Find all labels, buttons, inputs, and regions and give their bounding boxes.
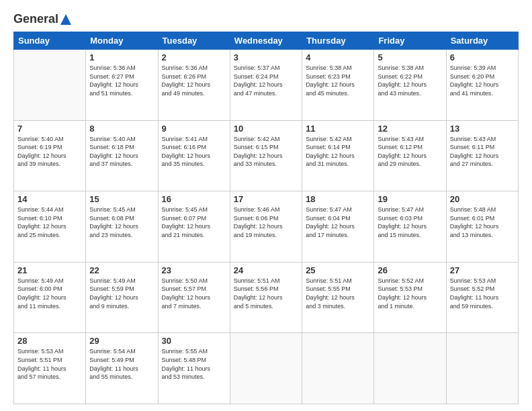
day-info: Sunrise: 5:40 AM Sunset: 6:19 PM Dayligh… xyxy=(17,135,82,169)
day-info: Sunrise: 5:40 AM Sunset: 6:18 PM Dayligh… xyxy=(89,135,154,169)
day-number: 16 xyxy=(162,194,226,204)
calendar-week-row: 21Sunrise: 5:49 AM Sunset: 6:00 PM Dayli… xyxy=(14,262,519,333)
day-number: 25 xyxy=(306,265,370,275)
logo-general-text: General xyxy=(13,12,58,26)
day-info: Sunrise: 5:47 AM Sunset: 6:04 PM Dayligh… xyxy=(306,205,370,239)
day-info: Sunrise: 5:41 AM Sunset: 6:16 PM Dayligh… xyxy=(162,135,226,169)
calendar-cell: 23Sunrise: 5:50 AM Sunset: 5:57 PM Dayli… xyxy=(158,262,230,333)
day-info: Sunrise: 5:51 AM Sunset: 5:55 PM Dayligh… xyxy=(306,277,370,310)
day-number: 10 xyxy=(234,124,298,134)
calendar-table: SundayMondayTuesdayWednesdayThursdayFrid… xyxy=(13,32,519,404)
day-info: Sunrise: 5:38 AM Sunset: 6:23 PM Dayligh… xyxy=(306,64,370,97)
svg-marker-0 xyxy=(60,14,71,25)
calendar-cell xyxy=(374,333,446,404)
day-number: 28 xyxy=(17,336,82,346)
calendar-header-wednesday: Wednesday xyxy=(230,32,302,50)
calendar-cell: 1Sunrise: 5:36 AM Sunset: 6:27 PM Daylig… xyxy=(86,50,158,121)
day-info: Sunrise: 5:42 AM Sunset: 6:15 PM Dayligh… xyxy=(234,135,298,169)
day-number: 2 xyxy=(162,52,226,62)
calendar-cell: 28Sunrise: 5:53 AM Sunset: 5:51 PM Dayli… xyxy=(14,333,86,404)
day-number: 11 xyxy=(306,124,370,134)
calendar-header-row: SundayMondayTuesdayWednesdayThursdayFrid… xyxy=(14,32,519,50)
day-info: Sunrise: 5:55 AM Sunset: 5:48 PM Dayligh… xyxy=(162,347,226,381)
day-number: 23 xyxy=(162,265,226,275)
day-number: 15 xyxy=(89,194,154,204)
day-info: Sunrise: 5:42 AM Sunset: 6:14 PM Dayligh… xyxy=(306,135,370,169)
day-number: 20 xyxy=(450,194,515,204)
day-info: Sunrise: 5:49 AM Sunset: 5:59 PM Dayligh… xyxy=(89,277,154,310)
calendar-header-saturday: Saturday xyxy=(446,32,518,50)
day-number: 17 xyxy=(234,194,298,204)
calendar-cell: 18Sunrise: 5:47 AM Sunset: 6:04 PM Dayli… xyxy=(302,191,374,263)
day-number: 29 xyxy=(89,336,154,346)
calendar-cell xyxy=(446,333,518,404)
calendar-cell: 7Sunrise: 5:40 AM Sunset: 6:19 PM Daylig… xyxy=(14,120,86,191)
calendar-header-friday: Friday xyxy=(374,32,446,50)
day-number: 12 xyxy=(378,124,442,134)
day-number: 30 xyxy=(162,336,226,346)
day-info: Sunrise: 5:46 AM Sunset: 6:06 PM Dayligh… xyxy=(234,205,298,239)
calendar-cell: 9Sunrise: 5:41 AM Sunset: 6:16 PM Daylig… xyxy=(158,120,230,191)
day-number: 14 xyxy=(17,194,82,204)
calendar-cell: 5Sunrise: 5:38 AM Sunset: 6:22 PM Daylig… xyxy=(374,50,446,121)
day-number: 19 xyxy=(378,194,442,204)
day-info: Sunrise: 5:54 AM Sunset: 5:49 PM Dayligh… xyxy=(89,347,154,381)
day-info: Sunrise: 5:39 AM Sunset: 6:20 PM Dayligh… xyxy=(450,64,515,97)
calendar-cell xyxy=(14,50,86,121)
day-info: Sunrise: 5:49 AM Sunset: 6:00 PM Dayligh… xyxy=(17,277,82,310)
calendar-cell: 30Sunrise: 5:55 AM Sunset: 5:48 PM Dayli… xyxy=(158,333,230,404)
day-number: 8 xyxy=(89,124,154,134)
day-number: 27 xyxy=(450,265,515,275)
day-info: Sunrise: 5:45 AM Sunset: 6:08 PM Dayligh… xyxy=(89,205,154,239)
calendar-cell: 17Sunrise: 5:46 AM Sunset: 6:06 PM Dayli… xyxy=(230,191,302,263)
day-info: Sunrise: 5:43 AM Sunset: 6:12 PM Dayligh… xyxy=(378,135,442,169)
calendar-header-tuesday: Tuesday xyxy=(158,32,230,50)
day-info: Sunrise: 5:53 AM Sunset: 5:51 PM Dayligh… xyxy=(17,347,82,381)
calendar-cell xyxy=(230,333,302,404)
day-info: Sunrise: 5:53 AM Sunset: 5:52 PM Dayligh… xyxy=(450,277,515,310)
day-number: 3 xyxy=(234,52,298,62)
day-number: 6 xyxy=(450,52,515,62)
day-number: 5 xyxy=(378,52,442,62)
day-info: Sunrise: 5:50 AM Sunset: 5:57 PM Dayligh… xyxy=(162,277,226,310)
calendar-week-row: 14Sunrise: 5:44 AM Sunset: 6:10 PM Dayli… xyxy=(14,191,519,263)
calendar-cell: 13Sunrise: 5:43 AM Sunset: 6:11 PM Dayli… xyxy=(446,120,518,191)
calendar-cell: 29Sunrise: 5:54 AM Sunset: 5:49 PM Dayli… xyxy=(86,333,158,404)
calendar-cell: 2Sunrise: 5:36 AM Sunset: 6:26 PM Daylig… xyxy=(158,50,230,121)
day-info: Sunrise: 5:36 AM Sunset: 6:27 PM Dayligh… xyxy=(89,64,154,97)
calendar-cell: 27Sunrise: 5:53 AM Sunset: 5:52 PM Dayli… xyxy=(446,262,518,333)
day-number: 21 xyxy=(17,265,82,275)
day-number: 7 xyxy=(17,124,82,134)
calendar-cell: 21Sunrise: 5:49 AM Sunset: 6:00 PM Dayli… xyxy=(14,262,86,333)
calendar-cell: 11Sunrise: 5:42 AM Sunset: 6:14 PM Dayli… xyxy=(302,120,374,191)
calendar-cell: 8Sunrise: 5:40 AM Sunset: 6:18 PM Daylig… xyxy=(86,120,158,191)
calendar-cell: 3Sunrise: 5:37 AM Sunset: 6:24 PM Daylig… xyxy=(230,50,302,121)
day-number: 13 xyxy=(450,124,515,134)
logo-triangle-icon xyxy=(60,13,72,26)
calendar-week-row: 7Sunrise: 5:40 AM Sunset: 6:19 PM Daylig… xyxy=(14,120,519,191)
day-info: Sunrise: 5:45 AM Sunset: 6:07 PM Dayligh… xyxy=(162,205,226,239)
day-info: Sunrise: 5:47 AM Sunset: 6:03 PM Dayligh… xyxy=(378,205,442,239)
calendar-cell: 19Sunrise: 5:47 AM Sunset: 6:03 PM Dayli… xyxy=(374,191,446,263)
calendar-week-row: 1Sunrise: 5:36 AM Sunset: 6:27 PM Daylig… xyxy=(14,50,519,121)
day-number: 22 xyxy=(89,265,154,275)
calendar-cell xyxy=(302,333,374,404)
day-number: 9 xyxy=(162,124,226,134)
logo: General xyxy=(13,12,72,25)
header: General xyxy=(13,12,519,25)
calendar-cell: 12Sunrise: 5:43 AM Sunset: 6:12 PM Dayli… xyxy=(374,120,446,191)
calendar-cell: 15Sunrise: 5:45 AM Sunset: 6:08 PM Dayli… xyxy=(86,191,158,263)
calendar-cell: 4Sunrise: 5:38 AM Sunset: 6:23 PM Daylig… xyxy=(302,50,374,121)
day-info: Sunrise: 5:43 AM Sunset: 6:11 PM Dayligh… xyxy=(450,135,515,169)
calendar-week-row: 28Sunrise: 5:53 AM Sunset: 5:51 PM Dayli… xyxy=(14,333,519,404)
day-number: 4 xyxy=(306,52,370,62)
day-info: Sunrise: 5:36 AM Sunset: 6:26 PM Dayligh… xyxy=(162,64,226,97)
calendar-header-monday: Monday xyxy=(86,32,158,50)
day-info: Sunrise: 5:44 AM Sunset: 6:10 PM Dayligh… xyxy=(17,205,82,239)
day-number: 24 xyxy=(234,265,298,275)
day-info: Sunrise: 5:38 AM Sunset: 6:22 PM Dayligh… xyxy=(378,64,442,97)
calendar-cell: 16Sunrise: 5:45 AM Sunset: 6:07 PM Dayli… xyxy=(158,191,230,263)
calendar-cell: 6Sunrise: 5:39 AM Sunset: 6:20 PM Daylig… xyxy=(446,50,518,121)
day-info: Sunrise: 5:51 AM Sunset: 5:56 PM Dayligh… xyxy=(234,277,298,310)
day-number: 26 xyxy=(378,265,442,275)
